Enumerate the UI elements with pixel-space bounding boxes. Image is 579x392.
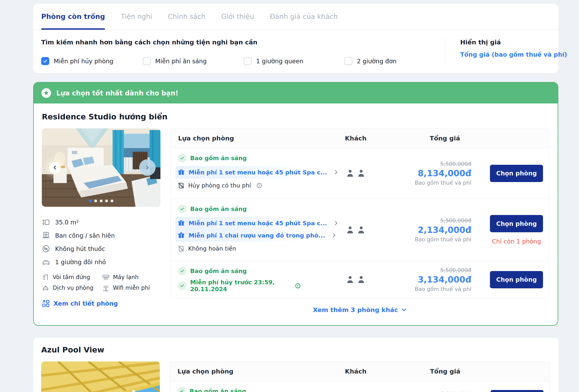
room-details-link[interactable]: Xem chi tiết phòng <box>42 300 160 307</box>
carousel-dot[interactable] <box>100 199 103 202</box>
choose-room-button[interactable]: Chọn phòng <box>490 215 543 232</box>
info-icon[interactable] <box>256 183 262 189</box>
chevron-down-icon <box>401 307 407 313</box>
rooms-left-warning: Chỉ còn 1 phòng <box>492 238 541 245</box>
offer-guests <box>306 148 406 198</box>
offer-action: Chọn phòng Chỉ còn 1 phòng <box>484 199 549 261</box>
tab-available-rooms[interactable]: Phòng còn trống <box>41 4 105 29</box>
room-specs: 35.0 m² Ban công / sân hiên Không hút th… <box>42 216 160 269</box>
section-tabs: Phòng còn trống Tiện nghi Chính sách Giớ… <box>33 4 558 30</box>
amenity-room-service: Dịch vụ phòng <box>42 284 102 292</box>
carousel-dot[interactable] <box>94 199 97 202</box>
checkbox-icon[interactable] <box>244 57 252 65</box>
offer-row: Bao gồm ăn sáng Miễn phí hủy trước 23:59… <box>171 261 549 298</box>
carousel-dot[interactable] <box>89 199 92 202</box>
tab-policies[interactable]: Chính sách <box>168 4 206 29</box>
carousel-prev-button[interactable] <box>49 162 61 173</box>
price-note: Bao gồm thuế và phí <box>415 286 471 292</box>
choose-room-button[interactable]: Chọn phòng <box>491 390 544 392</box>
offer-guests <box>306 381 406 392</box>
gift-offer-link[interactable]: Miễn phí 1 chai rượu vang đỏ trong phò..… <box>178 232 297 239</box>
person-icon <box>357 275 366 284</box>
price-note: Bao gồm thuế và phí <box>415 180 471 186</box>
person-icon <box>357 225 366 234</box>
choose-room-button[interactable]: Chọn phòng <box>490 165 543 182</box>
original-price: 5,500,000đ <box>440 161 471 167</box>
check-circle-icon <box>177 387 186 392</box>
offers-table-header: Lựa chọn phòng Khách Tổng giá <box>170 362 549 381</box>
room-card-body: Residence Studio hướng biển <box>34 103 558 325</box>
feature-free-cancellation: Miễn phí hủy trước 23:59, 20.11.2024 <box>178 279 301 293</box>
total-price: 2,134,000đ <box>418 225 471 235</box>
feature-cancellation-policy: Hủy phòng có thu phí <box>178 182 262 189</box>
svg-text:FREE: FREE <box>103 290 108 292</box>
checkbox-checked-icon[interactable] <box>41 57 49 65</box>
checkbox-icon[interactable] <box>143 57 151 65</box>
gift-offers-block: Miễn phí 1 set menu hoặc 45 phút Spa c..… <box>175 166 301 179</box>
offer-guests <box>306 261 406 298</box>
choose-room-button[interactable]: Chọn phòng <box>490 271 543 288</box>
room-summary-column: 35.0 m² Ban công / sân hiên Không hút th… <box>42 129 160 314</box>
carousel-dot[interactable] <box>111 199 113 202</box>
price-note: Bao gồm thuế và phí <box>415 236 471 243</box>
column-header-guests: Khách <box>306 135 406 142</box>
offer-action: Chọn phòng <box>484 261 549 298</box>
room-photo <box>41 361 160 392</box>
air-conditioning-icon <box>102 273 110 281</box>
carousel-dot[interactable] <box>105 199 108 202</box>
offer-action: Chọn phòng <box>485 381 549 392</box>
check-circle-icon <box>178 267 187 275</box>
column-header-room-choice: Lựa chọn phòng <box>170 368 306 375</box>
gift-offer-link[interactable]: Miễn phí 1 set menu hoặc 45 phút Spa c..… <box>178 220 297 227</box>
filter-option-queen-bed[interactable]: 1 giường queen <box>244 57 344 65</box>
person-icon <box>346 169 355 178</box>
non-refundable-icon <box>178 245 185 252</box>
tab-about[interactable]: Giới thiệu <box>221 4 254 29</box>
no-smoking-icon <box>42 245 50 253</box>
original-price: 5,500,000đ <box>440 267 471 273</box>
offer-features: Bao gồm ăn sáng Miễn phí hủy trước 23:59… <box>171 261 306 298</box>
offer-price: 5,500,000đ 3,134,000đ Bao gồm thuế và ph… <box>406 261 484 298</box>
tab-guest-reviews[interactable]: Đánh giá của khách <box>270 4 338 29</box>
filter-option-free-cancellation[interactable]: Miễn phí hủy phòng <box>41 57 143 65</box>
check-circle-icon <box>178 204 187 213</box>
checkbox-icon[interactable] <box>344 57 353 65</box>
offers-table: Lựa chọn phòng Khách Tổng giá Bao gồm ăn… <box>170 129 549 298</box>
filter-left: Tìm kiếm nhanh hơn bằng cách chọn những … <box>41 39 445 65</box>
total-price: 8,134,000đ <box>418 168 471 178</box>
banner-text: Lựa chọn tốt nhất dành cho bạn! <box>56 89 178 97</box>
gift-icon <box>178 220 185 227</box>
person-icon <box>346 275 355 284</box>
offer-price: 5,500,000đ <box>406 381 485 392</box>
tab-amenities[interactable]: Tiện nghi <box>121 4 152 29</box>
gift-offer-link[interactable]: Miễn phí 1 set menu hoặc 45 phút Spa c..… <box>178 169 297 176</box>
spec-no-smoking: Không hút thuốc <box>42 242 160 255</box>
offer-action: Chọn phòng <box>484 148 549 198</box>
gift-icon <box>178 232 185 239</box>
original-price: 5,500,000đ <box>440 217 471 224</box>
offer-row: Bao gồm ăn sáng 5,500,000đ Chọn phòng <box>170 381 549 392</box>
show-more-rooms-link[interactable]: Xem thêm 3 phòng khác <box>170 306 549 314</box>
carousel-next-button[interactable] <box>139 159 156 176</box>
spec-bed-type: 1 giường đôi nhỏ <box>42 255 160 269</box>
quick-filter-area: Tìm kiếm nhanh hơn bằng cách chọn những … <box>33 30 558 65</box>
offer-price: 5,500,000đ 2,134,000đ Bao gồm thuế và ph… <box>406 199 484 261</box>
filter-option-free-breakfast[interactable]: Miễn phí ăn sáng <box>143 57 244 65</box>
best-choice-banner: Lựa chọn tốt nhất dành cho bạn! <box>34 83 558 103</box>
spec-room-size: 35.0 m² <box>42 216 160 229</box>
room-offers-column: Lựa chọn phòng Khách Tổng giá Bao gồm ăn… <box>170 129 549 314</box>
offers-table: Lựa chọn phòng Khách Tổng giá Bao gồm ăn… <box>170 361 550 392</box>
price-display-dropdown[interactable]: Tổng giá (bao gồm thuế và phí) <box>460 51 565 58</box>
room-photo <box>42 129 160 207</box>
info-icon[interactable] <box>295 283 301 289</box>
person-icon <box>346 225 355 234</box>
feature-breakfast: Bao gồm ăn sáng <box>178 154 247 163</box>
free-wifi-icon: FREE <box>102 284 110 292</box>
feature-breakfast: Bao gồm ăn sáng <box>178 204 247 213</box>
carousel-dots <box>89 199 113 202</box>
filter-option-twin-beds[interactable]: 2 giường đơn <box>344 57 445 65</box>
filter-options: Miễn phí hủy phòng Miễn phí ăn sáng 1 gi… <box>41 57 445 65</box>
star-icon <box>41 88 51 98</box>
room-title: Residence Studio hướng biển <box>42 112 549 121</box>
room-offers-column: Lựa chọn phòng Khách Tổng giá Bao gồm ăn… <box>170 361 550 392</box>
